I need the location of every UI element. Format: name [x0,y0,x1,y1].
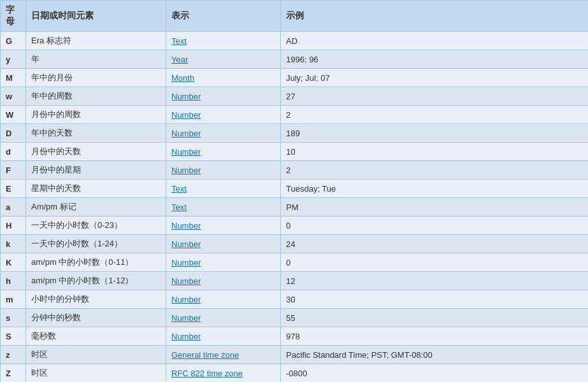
repr-link[interactable]: Year [171,55,188,64]
cell-element: Era 标志符 [26,32,166,50]
cell-example: AD [281,32,589,50]
cell-letter: a [1,198,26,216]
header-letter: 字母 [1,1,26,32]
cell-letter: H [1,216,26,235]
cell-element: 时区 [26,346,166,364]
cell-repr[interactable]: General time zone [166,346,281,364]
table-row: S毫秒数Number978 [1,327,589,346]
cell-example: 24 [281,235,589,253]
cell-repr[interactable]: Text [166,180,281,198]
cell-example: 12 [281,272,589,290]
repr-link[interactable]: Number [171,276,201,286]
cell-letter: G [1,32,26,50]
cell-example: 1996; 96 [281,50,589,69]
cell-letter: z [1,346,26,364]
cell-element: 年中的月份 [26,69,166,87]
table-row: GEra 标志符TextAD [1,32,589,50]
table-row: M年中的月份MonthJuly; Jul; 07 [1,69,589,87]
cell-letter: W [1,106,26,124]
table-row: m小时中的分钟数Number30 [1,290,589,309]
cell-letter: y [1,50,26,69]
repr-link[interactable]: RFC 822 time zone [171,369,243,378]
cell-example: 55 [281,309,589,327]
cell-example: 30 [281,290,589,309]
cell-example: 10 [281,143,589,161]
cell-repr[interactable]: Number [166,327,281,346]
cell-example: Pacific Standard Time; PST; GMT-08:00 [281,346,589,364]
cell-example: 2 [281,106,589,124]
cell-example: -0800 [281,364,589,383]
cell-example: 2 [281,161,589,180]
table-row: E星期中的天数TextTuesday; Tue [1,180,589,198]
cell-letter: k [1,235,26,253]
cell-element: 时区 [26,364,166,383]
repr-link[interactable]: Number [171,332,201,341]
cell-repr[interactable]: Number [166,235,281,253]
cell-letter: M [1,69,26,87]
datetime-table: 字母 日期或时间元素 表示 示例 GEra 标志符TextADy年Year199… [0,0,588,382]
cell-element: 一天中的小时数（1-24） [26,235,166,253]
repr-link[interactable]: Text [171,184,187,194]
cell-repr[interactable]: RFC 822 time zone [166,364,281,383]
cell-element: 毫秒数 [26,327,166,346]
cell-letter: F [1,161,26,180]
header-example: 示例 [281,1,589,32]
cell-element: 年中的周数 [26,87,166,106]
cell-repr[interactable]: Number [166,106,281,124]
cell-element: 月份中的天数 [26,143,166,161]
cell-example: 27 [281,87,589,106]
repr-link[interactable]: Number [171,295,201,304]
table-row: Kam/pm 中的小时数（0-11）Number0 [1,253,589,272]
main-container: 字母 日期或时间元素 表示 示例 GEra 标志符TextADy年Year199… [0,0,588,382]
cell-letter: h [1,272,26,290]
cell-element: 年 [26,50,166,69]
cell-element: 星期中的天数 [26,180,166,198]
table-row: Z时区RFC 822 time zone-0800 [1,364,589,383]
repr-link[interactable]: Number [171,129,201,138]
cell-example: 0 [281,216,589,235]
table-row: k一天中的小时数（1-24）Number24 [1,235,589,253]
header-element: 日期或时间元素 [26,1,166,32]
cell-element: am/pm 中的小时数（1-12） [26,272,166,290]
table-row: H一天中的小时数（0-23）Number0 [1,216,589,235]
cell-repr[interactable]: Number [166,161,281,180]
cell-letter: K [1,253,26,272]
table-row: w年中的周数Number27 [1,87,589,106]
cell-repr[interactable]: Number [166,309,281,327]
cell-letter: m [1,290,26,309]
cell-repr[interactable]: Month [166,69,281,87]
repr-link[interactable]: Text [171,36,187,46]
repr-link[interactable]: General time zone [171,350,239,360]
repr-link[interactable]: Number [171,221,201,230]
cell-repr[interactable]: Number [166,290,281,309]
cell-letter: D [1,124,26,143]
table-header-row: 字母 日期或时间元素 表示 示例 [1,1,589,32]
cell-example: July; Jul; 07 [281,69,589,87]
repr-link[interactable]: Number [171,166,201,175]
cell-repr[interactable]: Number [166,87,281,106]
cell-repr[interactable]: Year [166,50,281,69]
cell-letter: w [1,87,26,106]
repr-link[interactable]: Number [171,110,201,120]
repr-link[interactable]: Number [171,258,201,267]
cell-repr[interactable]: Text [166,198,281,216]
table-row: F月份中的星期Number2 [1,161,589,180]
cell-repr[interactable]: Number [166,216,281,235]
cell-letter: S [1,327,26,346]
cell-repr[interactable]: Number [166,253,281,272]
repr-link[interactable]: Number [171,239,201,249]
cell-repr[interactable]: Number [166,143,281,161]
repr-link[interactable]: Month [171,73,194,83]
repr-link[interactable]: Number [171,92,201,101]
table-row: d月份中的天数Number10 [1,143,589,161]
repr-link[interactable]: Number [171,147,201,157]
cell-letter: d [1,143,26,161]
cell-example: 0 [281,253,589,272]
table-row: ham/pm 中的小时数（1-12）Number12 [1,272,589,290]
cell-repr[interactable]: Number [166,124,281,143]
repr-link[interactable]: Number [171,313,201,323]
cell-repr[interactable]: Text [166,32,281,50]
cell-repr[interactable]: Number [166,272,281,290]
repr-link[interactable]: Text [171,202,187,212]
cell-element: Am/pm 标记 [26,198,166,216]
